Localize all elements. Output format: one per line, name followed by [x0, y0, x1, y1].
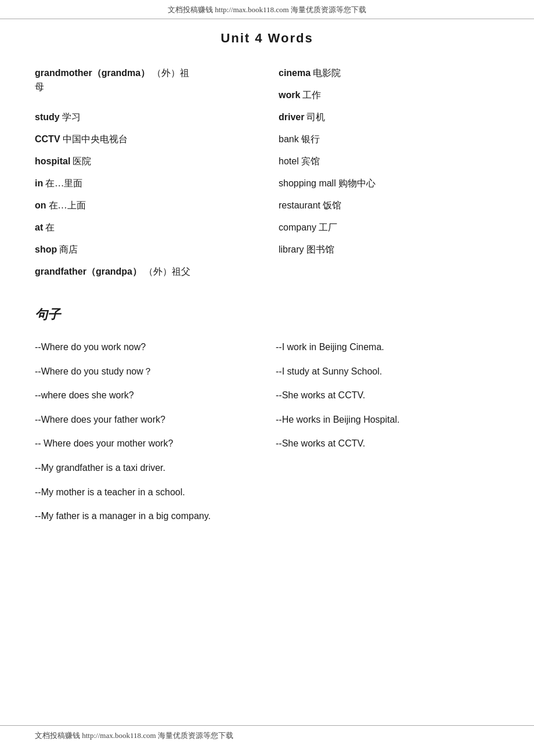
word-en-at: at	[35, 222, 43, 232]
footer-bar: 文档投稿赚钱 http://max.book118.com 海量优质资源等您下载	[0, 725, 534, 744]
word-entry-grandfather: grandfather（grandpa） （外）祖父	[35, 261, 255, 283]
word-entry-on: on 在…上面	[35, 195, 255, 217]
header-text: 文档投稿赚钱 http://max.book118.com 海量优质资源等您下载	[168, 5, 366, 14]
word-cn-grandmother2: 母	[35, 82, 44, 92]
word-en-grandfather: grandfather（grandpa）	[35, 267, 142, 276]
word-en-work: work	[279, 90, 300, 100]
sentence-4-left: --Where does your father work?	[35, 408, 258, 432]
word-entry-bank: bank 银行	[279, 128, 499, 150]
sentence-1-right: --I work in Beijing Cinema.	[276, 335, 499, 359]
word-en-hospital: hospital	[35, 156, 70, 166]
word-cn-restaurant: 饭馆	[323, 200, 341, 210]
word-cn-shopping-mall: 购物中心	[338, 178, 376, 188]
main-content: Unit 4 Words cinema 电影院 grandmother（gran…	[0, 19, 534, 575]
word-entry-study: study 学习	[35, 106, 255, 128]
word-cn-company: 工厂	[319, 222, 337, 232]
word-en-library: library	[279, 244, 304, 254]
word-entry-work: work 工作	[279, 84, 499, 106]
word-en-cctv: CCTV	[35, 134, 60, 144]
word-en: cinema	[279, 68, 311, 78]
word-cn-work: 工作	[302, 90, 321, 100]
header-bar: 文档投稿赚钱 http://max.book118.com 海量优质资源等您下载	[0, 0, 534, 19]
word-en-shop: shop	[35, 244, 57, 254]
word-cn-hospital: 医院	[73, 156, 91, 166]
word-cn-study: 学习	[62, 112, 81, 122]
word-en-bank: bank	[279, 134, 299, 144]
word-entry-in: in 在…里面	[35, 172, 255, 195]
word-cn-driver: 司机	[306, 112, 325, 122]
sentence-8-full: --My father is a manager in a big compan…	[35, 504, 499, 528]
words-grid: cinema 电影院 grandmother（grandma） （外）祖 母 w…	[35, 62, 499, 283]
word-en-on: on	[35, 200, 46, 210]
sentence-4-right: --He works in Beijing Hospital.	[276, 408, 499, 432]
word-cn-grandmother: （外）祖	[152, 68, 189, 78]
word-cn-bank: 银行	[301, 134, 320, 144]
word-cn: 电影院	[313, 68, 341, 78]
sentence-3-right: --She works at CCTV.	[276, 383, 499, 408]
sentence-2-left: --Where do you study now？	[35, 359, 258, 384]
word-en-restaurant: restaurant	[279, 200, 320, 210]
sentence-5-left: -- Where does your mother work?	[35, 431, 258, 456]
word-en-in: in	[35, 178, 43, 188]
word-en-hotel: hotel	[279, 156, 299, 166]
sentence-1-left: --Where do you work now?	[35, 335, 258, 359]
word-en-driver: driver	[279, 112, 304, 122]
word-entry-shopping-mall: shopping mall 购物中心	[279, 172, 499, 195]
section-title: 句子	[35, 306, 499, 323]
word-en-shopping-mall: shopping mall	[279, 178, 336, 188]
word-cn-hotel: 宾馆	[301, 156, 320, 166]
word-cn-cctv: 中国中央电视台	[63, 134, 128, 144]
word-entry-company: company 工厂	[279, 217, 499, 239]
word-entry-hotel: hotel 宾馆	[279, 150, 499, 172]
word-cn-in: 在…里面	[45, 178, 82, 188]
word-cn-at: 在	[45, 222, 55, 232]
word-entry-library: library 图书馆	[279, 239, 499, 261]
word-cn-shop: 商店	[59, 244, 78, 254]
word-cn-grandfather: （外）祖父	[144, 267, 190, 276]
word-entry-at: at 在	[35, 217, 255, 239]
sentence-6-full: --My grandfather is a taxi driver.	[35, 456, 499, 480]
word-entry-driver: driver 司机	[279, 106, 499, 128]
word-entry-shop: shop 商店	[35, 239, 255, 261]
sentence-2-right: --I study at Sunny School.	[276, 359, 499, 384]
word-entry-cinema: cinema 电影院	[279, 62, 499, 84]
word-cn-library: 图书馆	[306, 244, 334, 254]
word-cn-on: 在…上面	[49, 200, 86, 210]
page-title: Unit 4 Words	[35, 31, 499, 46]
word-entry-cctv: CCTV 中国中央电视台	[35, 128, 255, 150]
sentences-grid: --Where do you work now? --I work in Bei…	[35, 335, 499, 528]
word-en-company: company	[279, 222, 316, 232]
word-entry-restaurant: restaurant 饭馆	[279, 195, 499, 217]
word-entry-grandmother: grandmother（grandma） （外）祖 母	[35, 62, 255, 106]
footer-text: 文档投稿赚钱 http://max.book118.com 海量优质资源等您下载	[35, 731, 233, 740]
sentence-7-full: --My mother is a teacher in a school.	[35, 480, 499, 505]
sentence-5-right: --She works at CCTV.	[276, 431, 499, 456]
word-entry-hospital: hospital 医院	[35, 150, 255, 172]
word-en-grandmother: grandmother（grandma）	[35, 68, 150, 78]
word-en-study: study	[35, 112, 60, 122]
sentence-3-left: --where does she work?	[35, 383, 258, 408]
